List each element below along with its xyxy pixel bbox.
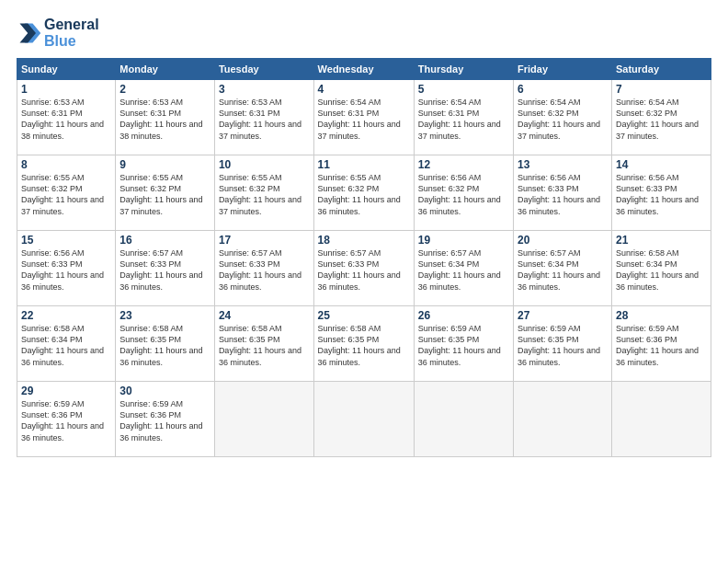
calendar-cell: 16 Sunrise: 6:57 AM Sunset: 6:33 PM Dayl… bbox=[116, 231, 215, 306]
logo: General Blue bbox=[17, 17, 99, 49]
day-info: Sunrise: 6:57 AM Sunset: 6:33 PM Dayligh… bbox=[219, 247, 310, 293]
calendar-cell: 17 Sunrise: 6:57 AM Sunset: 6:33 PM Dayl… bbox=[214, 231, 313, 306]
column-header-thursday: Thursday bbox=[414, 59, 513, 80]
calendar-cell: 22 Sunrise: 6:58 AM Sunset: 6:34 PM Dayl… bbox=[17, 306, 116, 382]
day-number: 5 bbox=[418, 83, 509, 96]
day-info: Sunrise: 6:58 AM Sunset: 6:35 PM Dayligh… bbox=[318, 323, 410, 368]
calendar-cell: 27 Sunrise: 6:59 AM Sunset: 6:35 PM Dayl… bbox=[514, 306, 612, 382]
day-number: 11 bbox=[318, 158, 410, 171]
day-info: Sunrise: 6:56 AM Sunset: 6:33 PM Dayligh… bbox=[616, 172, 707, 217]
day-number: 29 bbox=[21, 385, 111, 397]
day-number: 13 bbox=[518, 158, 608, 171]
day-info: Sunrise: 6:58 AM Sunset: 6:35 PM Dayligh… bbox=[119, 323, 210, 368]
calendar-cell: 12 Sunrise: 6:56 AM Sunset: 6:32 PM Dayl… bbox=[414, 155, 513, 231]
day-info: Sunrise: 6:55 AM Sunset: 6:32 PM Dayligh… bbox=[318, 172, 410, 217]
day-number: 10 bbox=[219, 158, 310, 171]
column-header-monday: Monday bbox=[116, 59, 215, 80]
day-info: Sunrise: 6:53 AM Sunset: 6:31 PM Dayligh… bbox=[119, 97, 210, 142]
logo-blue-text: Blue bbox=[44, 33, 99, 50]
day-number: 27 bbox=[518, 309, 608, 322]
day-info: Sunrise: 6:56 AM Sunset: 6:33 PM Dayligh… bbox=[21, 247, 111, 293]
calendar-week-2: 8 Sunrise: 6:55 AM Sunset: 6:32 PM Dayli… bbox=[17, 155, 711, 231]
day-number: 12 bbox=[418, 158, 509, 171]
calendar-cell: 28 Sunrise: 6:59 AM Sunset: 6:36 PM Dayl… bbox=[611, 306, 711, 382]
calendar-cell: 18 Sunrise: 6:57 AM Sunset: 6:33 PM Dayl… bbox=[313, 231, 414, 306]
column-header-friday: Friday bbox=[514, 59, 612, 80]
calendar-cell: 23 Sunrise: 6:58 AM Sunset: 6:35 PM Dayl… bbox=[116, 306, 215, 382]
day-number: 25 bbox=[318, 309, 410, 322]
calendar-cell: 26 Sunrise: 6:59 AM Sunset: 6:35 PM Dayl… bbox=[414, 306, 513, 382]
column-header-wednesday: Wednesday bbox=[313, 59, 414, 80]
column-header-saturday: Saturday bbox=[611, 59, 711, 80]
calendar-week-1: 1 Sunrise: 6:53 AM Sunset: 6:31 PM Dayli… bbox=[17, 80, 711, 155]
day-info: Sunrise: 6:53 AM Sunset: 6:31 PM Dayligh… bbox=[219, 97, 310, 142]
calendar-cell: 7 Sunrise: 6:54 AM Sunset: 6:32 PM Dayli… bbox=[611, 80, 711, 155]
day-info: Sunrise: 6:53 AM Sunset: 6:31 PM Dayligh… bbox=[21, 97, 111, 142]
column-header-tuesday: Tuesday bbox=[214, 59, 313, 80]
day-number: 7 bbox=[616, 83, 707, 96]
day-info: Sunrise: 6:59 AM Sunset: 6:36 PM Dayligh… bbox=[616, 323, 707, 368]
day-info: Sunrise: 6:58 AM Sunset: 6:34 PM Dayligh… bbox=[21, 323, 111, 368]
calendar-cell: 11 Sunrise: 6:55 AM Sunset: 6:32 PM Dayl… bbox=[313, 155, 414, 231]
calendar-cell: 10 Sunrise: 6:55 AM Sunset: 6:32 PM Dayl… bbox=[214, 155, 313, 231]
calendar-cell: 19 Sunrise: 6:57 AM Sunset: 6:34 PM Dayl… bbox=[414, 231, 513, 306]
calendar-cell: 29 Sunrise: 6:59 AM Sunset: 6:36 PM Dayl… bbox=[17, 382, 116, 457]
day-info: Sunrise: 6:54 AM Sunset: 6:31 PM Dayligh… bbox=[318, 97, 410, 142]
day-info: Sunrise: 6:59 AM Sunset: 6:36 PM Dayligh… bbox=[119, 398, 210, 443]
calendar-table: SundayMondayTuesdayWednesdayThursdayFrid… bbox=[17, 58, 711, 457]
day-info: Sunrise: 6:54 AM Sunset: 6:32 PM Dayligh… bbox=[616, 97, 707, 142]
calendar-cell bbox=[514, 382, 612, 457]
day-number: 23 bbox=[119, 309, 210, 322]
calendar-cell: 15 Sunrise: 6:56 AM Sunset: 6:33 PM Dayl… bbox=[17, 231, 116, 306]
calendar-week-5: 29 Sunrise: 6:59 AM Sunset: 6:36 PM Dayl… bbox=[17, 382, 711, 457]
day-info: Sunrise: 6:59 AM Sunset: 6:35 PM Dayligh… bbox=[418, 323, 509, 368]
day-number: 9 bbox=[119, 158, 210, 171]
day-number: 4 bbox=[318, 83, 410, 96]
calendar-cell: 2 Sunrise: 6:53 AM Sunset: 6:31 PM Dayli… bbox=[116, 80, 215, 155]
calendar-cell: 5 Sunrise: 6:54 AM Sunset: 6:31 PM Dayli… bbox=[414, 80, 513, 155]
calendar-cell: 9 Sunrise: 6:55 AM Sunset: 6:32 PM Dayli… bbox=[116, 155, 215, 231]
calendar-cell: 30 Sunrise: 6:59 AM Sunset: 6:36 PM Dayl… bbox=[116, 382, 215, 457]
calendar-cell bbox=[214, 382, 313, 457]
day-number: 21 bbox=[616, 234, 707, 247]
page-header: General Blue bbox=[17, 17, 711, 49]
calendar-week-3: 15 Sunrise: 6:56 AM Sunset: 6:33 PM Dayl… bbox=[17, 231, 711, 306]
day-number: 1 bbox=[21, 83, 111, 96]
day-number: 2 bbox=[119, 83, 210, 96]
day-info: Sunrise: 6:55 AM Sunset: 6:32 PM Dayligh… bbox=[119, 172, 210, 217]
day-info: Sunrise: 6:57 AM Sunset: 6:33 PM Dayligh… bbox=[318, 247, 410, 293]
day-number: 3 bbox=[219, 83, 310, 96]
logo-text: General bbox=[44, 17, 99, 33]
day-number: 20 bbox=[518, 234, 608, 247]
day-info: Sunrise: 6:56 AM Sunset: 6:33 PM Dayligh… bbox=[518, 172, 608, 217]
calendar-week-4: 22 Sunrise: 6:58 AM Sunset: 6:34 PM Dayl… bbox=[17, 306, 711, 382]
calendar-cell: 14 Sunrise: 6:56 AM Sunset: 6:33 PM Dayl… bbox=[611, 155, 711, 231]
calendar-cell bbox=[313, 382, 414, 457]
day-number: 26 bbox=[418, 309, 509, 322]
day-info: Sunrise: 6:57 AM Sunset: 6:34 PM Dayligh… bbox=[518, 247, 608, 293]
day-info: Sunrise: 6:55 AM Sunset: 6:32 PM Dayligh… bbox=[219, 172, 310, 217]
day-info: Sunrise: 6:57 AM Sunset: 6:33 PM Dayligh… bbox=[119, 247, 210, 293]
day-info: Sunrise: 6:59 AM Sunset: 6:36 PM Dayligh… bbox=[21, 398, 111, 443]
day-number: 22 bbox=[21, 309, 111, 322]
calendar-cell: 3 Sunrise: 6:53 AM Sunset: 6:31 PM Dayli… bbox=[214, 80, 313, 155]
calendar-header-row: SundayMondayTuesdayWednesdayThursdayFrid… bbox=[17, 59, 711, 80]
day-number: 30 bbox=[119, 385, 210, 397]
day-number: 15 bbox=[21, 234, 111, 247]
day-info: Sunrise: 6:54 AM Sunset: 6:32 PM Dayligh… bbox=[518, 97, 608, 142]
calendar-cell: 25 Sunrise: 6:58 AM Sunset: 6:35 PM Dayl… bbox=[313, 306, 414, 382]
day-number: 14 bbox=[616, 158, 707, 171]
day-info: Sunrise: 6:58 AM Sunset: 6:34 PM Dayligh… bbox=[616, 247, 707, 293]
calendar-cell: 8 Sunrise: 6:55 AM Sunset: 6:32 PM Dayli… bbox=[17, 155, 116, 231]
calendar-cell: 21 Sunrise: 6:58 AM Sunset: 6:34 PM Dayl… bbox=[611, 231, 711, 306]
day-info: Sunrise: 6:54 AM Sunset: 6:31 PM Dayligh… bbox=[418, 97, 509, 142]
column-header-sunday: Sunday bbox=[17, 59, 116, 80]
day-number: 24 bbox=[219, 309, 310, 322]
calendar-cell: 13 Sunrise: 6:56 AM Sunset: 6:33 PM Dayl… bbox=[514, 155, 612, 231]
day-number: 8 bbox=[21, 158, 111, 171]
day-number: 17 bbox=[219, 234, 310, 247]
calendar-cell: 24 Sunrise: 6:58 AM Sunset: 6:35 PM Dayl… bbox=[214, 306, 313, 382]
calendar-cell: 4 Sunrise: 6:54 AM Sunset: 6:31 PM Dayli… bbox=[313, 80, 414, 155]
day-info: Sunrise: 6:58 AM Sunset: 6:35 PM Dayligh… bbox=[219, 323, 310, 368]
day-number: 28 bbox=[616, 309, 707, 322]
